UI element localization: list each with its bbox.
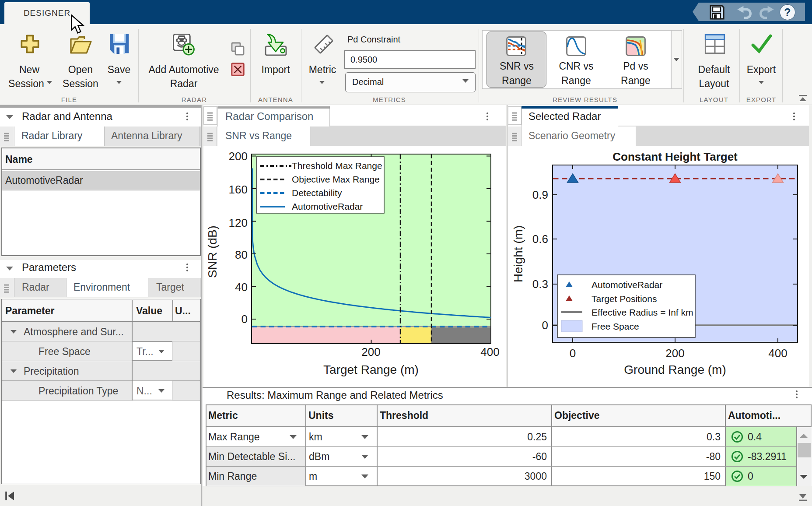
svg-text:200: 200 [665,347,684,360]
svg-text:0: 0 [242,313,248,326]
svg-text:80: 80 [235,248,248,261]
svg-text:0: 0 [542,319,548,332]
svg-text:AutomotiveRadar: AutomotiveRadar [292,201,363,211]
svg-text:Effective Radius = Inf km: Effective Radius = Inf km [592,307,693,317]
svg-text:SNR (dB): SNR (dB) [206,225,219,278]
svg-text:Constant Height Target: Constant Height Target [612,150,738,163]
svg-text:0.3: 0.3 [532,278,548,291]
svg-text:Height (m): Height (m) [511,225,525,283]
svg-text:Detectability: Detectability [292,188,342,198]
svg-text:Threshold Max Range: Threshold Max Range [292,161,382,171]
svg-text:40: 40 [235,281,248,294]
svg-text:200: 200 [229,150,248,163]
svg-text:0: 0 [570,347,576,360]
svg-text:160: 160 [229,183,248,196]
svg-text:200: 200 [361,345,380,358]
svg-text:Free Space: Free Space [592,321,639,331]
svg-text:400: 400 [768,347,787,360]
svg-text:Target Positions: Target Positions [592,294,657,304]
svg-text:0.9: 0.9 [532,188,548,201]
svg-text:0.6: 0.6 [532,232,548,246]
svg-text:400: 400 [480,345,499,358]
svg-text:AutomotiveRadar: AutomotiveRadar [592,280,662,290]
svg-text:Ground Range (m): Ground Range (m) [624,363,726,376]
svg-text:120: 120 [229,216,248,229]
svg-text:Target Range (m): Target Range (m) [323,363,419,376]
svg-text:Objective Max Range: Objective Max Range [292,174,380,184]
